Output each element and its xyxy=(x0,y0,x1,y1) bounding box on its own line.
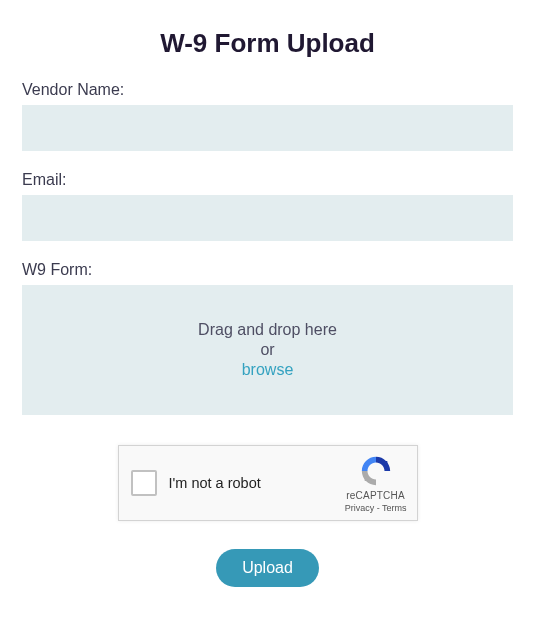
email-input[interactable] xyxy=(22,195,513,241)
recaptcha-brand: reCAPTCHA xyxy=(346,490,404,501)
recaptcha-privacy-link[interactable]: Privacy xyxy=(345,503,375,513)
recaptcha-label: I'm not a robot xyxy=(169,475,261,491)
dropzone-or: or xyxy=(260,341,274,359)
vendor-name-label: Vendor Name: xyxy=(22,81,513,99)
vendor-name-input[interactable] xyxy=(22,105,513,151)
browse-button[interactable]: browse xyxy=(242,361,294,379)
recaptcha-icon xyxy=(359,454,393,488)
dropzone-text: Drag and drop here xyxy=(198,321,337,339)
page-title: W-9 Form Upload xyxy=(22,0,513,81)
upload-button[interactable]: Upload xyxy=(216,549,319,587)
email-label: Email: xyxy=(22,171,513,189)
w9-field: W9 Form: Drag and drop here or browse xyxy=(22,261,513,415)
w9-dropzone[interactable]: Drag and drop here or browse xyxy=(22,285,513,415)
vendor-name-field: Vendor Name: xyxy=(22,81,513,171)
recaptcha-terms-link[interactable]: Terms xyxy=(382,503,407,513)
w9-label: W9 Form: xyxy=(22,261,513,279)
email-field: Email: xyxy=(22,171,513,261)
recaptcha-widget: I'm not a robot reCAPTCHA Privacy - Term… xyxy=(118,445,418,521)
recaptcha-checkbox[interactable] xyxy=(131,470,157,496)
recaptcha-links: Privacy - Terms xyxy=(345,503,407,513)
